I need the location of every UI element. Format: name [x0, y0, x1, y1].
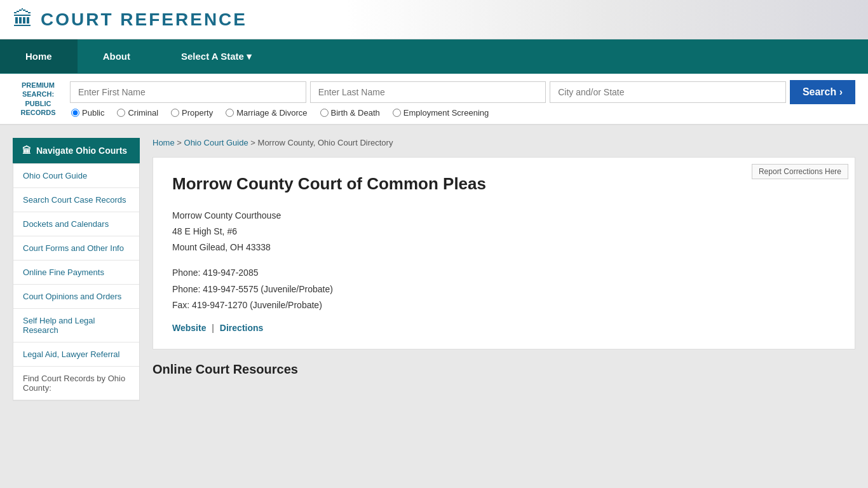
court-card: Report Corrections Here Morrow County Co… — [153, 157, 855, 349]
radio-marriage-input[interactable] — [226, 109, 234, 117]
search-inputs: Search › Public Criminal Property Marria… — [70, 80, 855, 118]
sidebar-county-label: Find Court Records by Ohio County: — [13, 367, 139, 400]
main-nav: Home About Select A State ▾ — [0, 39, 868, 74]
sidebar-item-ohio-court-guide[interactable]: Ohio Court Guide — [13, 164, 139, 188]
sidebar-item-forms[interactable]: Court Forms and Other Info — [13, 236, 139, 261]
radio-property-input[interactable] — [171, 109, 179, 117]
radio-criminal-input[interactable] — [117, 109, 125, 117]
court-fax: Fax: 419-947-1270 (Juvenile/Probate) — [172, 297, 836, 313]
sidebar: 🏛 Navigate Ohio Courts Ohio Court Guide … — [13, 138, 140, 401]
court-link-separator: | — [212, 323, 214, 333]
premium-label: PREMIUM SEARCH: PUBLIC RECORDS — [13, 81, 64, 117]
online-resources-section: Online Court Resources — [153, 362, 855, 380]
radio-options-row: Public Criminal Property Marriage & Divo… — [70, 108, 855, 118]
radio-employment-input[interactable] — [393, 109, 401, 117]
breadcrumb: Home > Ohio Court Guide > Morrow County,… — [153, 138, 855, 147]
sidebar-item-self-help[interactable]: Self Help and Legal Research — [13, 309, 139, 342]
search-bar: PREMIUM SEARCH: PUBLIC RECORDS Search › … — [0, 74, 868, 125]
sidebar-item-legal-aid[interactable]: Legal Aid, Lawyer Referral — [13, 342, 139, 367]
radio-birth-input[interactable] — [320, 109, 329, 117]
radio-marriage[interactable]: Marriage & Divorce — [226, 108, 307, 118]
radio-birth[interactable]: Birth & Death — [320, 108, 380, 118]
court-address1: 48 E High St, #6 — [172, 224, 836, 240]
last-name-input[interactable] — [310, 81, 546, 103]
logo-area: 🏛 COURT REFERENCE — [13, 8, 247, 31]
sidebar-title: Navigate Ohio Courts — [36, 146, 127, 156]
sidebar-item-opinions[interactable]: Court Opinions and Orders — [13, 285, 139, 309]
radio-employment[interactable]: Employment Screening — [393, 108, 489, 118]
city-state-input[interactable] — [550, 81, 786, 103]
radio-public[interactable]: Public — [71, 108, 104, 118]
search-input-row: Search › — [70, 80, 855, 104]
court-title: Morrow County Court of Common Pleas — [172, 173, 836, 195]
search-button[interactable]: Search › — [790, 80, 855, 104]
nav-item-state[interactable]: Select A State ▾ — [156, 39, 277, 74]
sidebar-item-search-court[interactable]: Search Court Case Records — [13, 188, 139, 212]
radio-property-label: Property — [182, 108, 213, 118]
first-name-input[interactable] — [70, 81, 306, 103]
breadcrumb-sep1: > — [177, 138, 184, 147]
radio-public-input[interactable] — [71, 109, 79, 117]
nav-item-about[interactable]: About — [78, 39, 156, 74]
breadcrumb-state[interactable]: Ohio Court Guide — [184, 138, 248, 147]
court-directions-link[interactable]: Directions — [220, 323, 263, 333]
online-resources-title: Online Court Resources — [153, 362, 855, 380]
sidebar-header: 🏛 Navigate Ohio Courts — [13, 138, 140, 163]
page-header: 🏛 COURT REFERENCE — [0, 0, 868, 39]
radio-public-label: Public — [82, 108, 104, 118]
court-address2: Mount Gilead, OH 43338 — [172, 240, 836, 255]
courthouse-sidebar-icon: 🏛 — [22, 146, 31, 156]
nav-link-about[interactable]: About — [78, 39, 156, 73]
nav-item-home[interactable]: Home — [0, 39, 78, 74]
report-corrections-link[interactable]: Report Corrections Here — [752, 164, 848, 179]
breadcrumb-current: Morrow County, Ohio Court Directory — [258, 138, 393, 147]
radio-criminal[interactable]: Criminal — [117, 108, 158, 118]
court-address: Morrow County Courthouse 48 E High St, #… — [172, 208, 836, 256]
sidebar-item-fine-payments[interactable]: Online Fine Payments — [13, 261, 139, 285]
court-building: Morrow County Courthouse — [172, 208, 836, 224]
content-area: Home > Ohio Court Guide > Morrow County,… — [153, 138, 855, 401]
sidebar-nav: Ohio Court Guide Search Court Case Recor… — [13, 163, 140, 401]
court-phone1: Phone: 419-947-2085 — [172, 265, 836, 281]
radio-employment-label: Employment Screening — [403, 108, 489, 118]
court-phone: Phone: 419-947-2085 Phone: 419-947-5575 … — [172, 265, 836, 313]
nav-link-state[interactable]: Select A State ▾ — [156, 39, 277, 74]
radio-property[interactable]: Property — [171, 108, 213, 118]
court-links: Website | Directions — [172, 323, 836, 333]
radio-birth-label: Birth & Death — [331, 108, 380, 118]
court-phone2: Phone: 419-947-5575 (Juvenile/Probate) — [172, 281, 836, 297]
breadcrumb-sep2: > — [250, 138, 257, 147]
site-title: COURT REFERENCE — [41, 10, 247, 30]
nav-link-home[interactable]: Home — [0, 39, 78, 73]
radio-criminal-label: Criminal — [128, 108, 158, 118]
court-website-link[interactable]: Website — [172, 323, 206, 333]
main-content: 🏛 Navigate Ohio Courts Ohio Court Guide … — [0, 125, 868, 414]
radio-marriage-label: Marriage & Divorce — [236, 108, 307, 118]
sidebar-item-dockets[interactable]: Dockets and Calendars — [13, 212, 139, 236]
breadcrumb-home[interactable]: Home — [153, 138, 175, 147]
courthouse-icon: 🏛 — [13, 8, 33, 31]
